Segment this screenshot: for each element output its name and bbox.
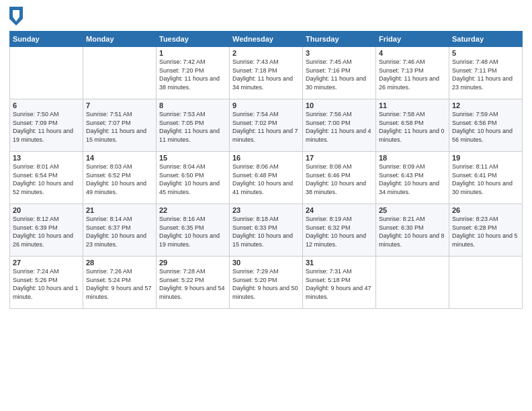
day-number: 12 xyxy=(452,101,519,109)
day-number: 9 xyxy=(232,101,300,109)
calendar-cell: 1Sunrise: 7:42 AM Sunset: 7:20 PM Daylig… xyxy=(157,47,230,99)
day-number: 20 xyxy=(13,206,80,214)
day-info: Sunrise: 7:28 AM Sunset: 5:22 PM Dayligh… xyxy=(159,267,226,301)
day-number: 29 xyxy=(159,259,226,267)
day-info: Sunrise: 8:03 AM Sunset: 6:52 PM Dayligh… xyxy=(86,163,153,196)
day-number: 4 xyxy=(379,49,446,57)
day-info: Sunrise: 8:14 AM Sunset: 6:37 PM Dayligh… xyxy=(86,215,153,248)
day-info: Sunrise: 7:54 AM Sunset: 7:02 PM Dayligh… xyxy=(232,110,300,144)
calendar-cell: 7Sunrise: 7:51 AM Sunset: 7:07 PM Daylig… xyxy=(83,99,157,152)
calendar-cell: 17Sunrise: 8:08 AM Sunset: 6:46 PM Dayli… xyxy=(303,152,376,204)
day-header-thursday: Thursday xyxy=(303,32,376,47)
day-number: 25 xyxy=(379,206,446,214)
day-number: 17 xyxy=(306,154,373,162)
day-number: 5 xyxy=(452,49,519,57)
day-info: Sunrise: 8:09 AM Sunset: 6:43 PM Dayligh… xyxy=(379,163,446,196)
day-info: Sunrise: 8:16 AM Sunset: 6:35 PM Dayligh… xyxy=(159,215,226,248)
calendar-cell: 30Sunrise: 7:29 AM Sunset: 5:20 PM Dayli… xyxy=(230,257,303,309)
day-number: 7 xyxy=(86,101,153,109)
calendar-cell: 22Sunrise: 8:16 AM Sunset: 6:35 PM Dayli… xyxy=(157,204,230,257)
day-header-tuesday: Tuesday xyxy=(157,32,230,47)
calendar-week-row: 13Sunrise: 8:01 AM Sunset: 6:54 PM Dayli… xyxy=(10,152,523,204)
day-header-friday: Friday xyxy=(376,32,449,47)
calendar-week-row: 20Sunrise: 8:12 AM Sunset: 6:39 PM Dayli… xyxy=(10,204,523,257)
day-number: 24 xyxy=(306,206,373,214)
day-header-sunday: Sunday xyxy=(10,32,83,47)
day-info: Sunrise: 8:08 AM Sunset: 6:46 PM Dayligh… xyxy=(306,163,373,196)
day-info: Sunrise: 7:56 AM Sunset: 7:00 PM Dayligh… xyxy=(306,110,373,144)
day-info: Sunrise: 8:11 AM Sunset: 6:41 PM Dayligh… xyxy=(452,163,519,196)
day-info: Sunrise: 7:24 AM Sunset: 5:26 PM Dayligh… xyxy=(13,267,80,301)
calendar-week-row: 6Sunrise: 7:50 AM Sunset: 7:09 PM Daylig… xyxy=(10,99,523,152)
day-number: 10 xyxy=(306,101,373,109)
day-info: Sunrise: 8:01 AM Sunset: 6:54 PM Dayligh… xyxy=(13,163,80,196)
day-number: 31 xyxy=(306,259,373,267)
calendar-cell: 19Sunrise: 8:11 AM Sunset: 6:41 PM Dayli… xyxy=(449,152,523,204)
calendar-cell xyxy=(449,257,523,309)
day-number: 19 xyxy=(452,154,519,162)
calendar-cell xyxy=(83,47,157,99)
header xyxy=(9,7,523,26)
day-header-saturday: Saturday xyxy=(449,32,523,47)
calendar-cell: 2Sunrise: 7:43 AM Sunset: 7:18 PM Daylig… xyxy=(230,47,303,99)
day-info: Sunrise: 7:46 AM Sunset: 7:13 PM Dayligh… xyxy=(379,58,446,91)
day-info: Sunrise: 8:04 AM Sunset: 6:50 PM Dayligh… xyxy=(159,163,226,196)
logo-icon xyxy=(9,7,23,26)
day-info: Sunrise: 8:21 AM Sunset: 6:30 PM Dayligh… xyxy=(379,215,446,248)
day-number: 2 xyxy=(232,49,300,57)
day-info: Sunrise: 7:58 AM Sunset: 6:58 PM Dayligh… xyxy=(379,110,446,144)
calendar-cell: 29Sunrise: 7:28 AM Sunset: 5:22 PM Dayli… xyxy=(157,257,230,309)
day-number: 13 xyxy=(13,154,80,162)
day-number: 11 xyxy=(379,101,446,109)
calendar-cell: 14Sunrise: 8:03 AM Sunset: 6:52 PM Dayli… xyxy=(83,152,157,204)
calendar-cell: 23Sunrise: 8:18 AM Sunset: 6:33 PM Dayli… xyxy=(230,204,303,257)
calendar-cell: 15Sunrise: 8:04 AM Sunset: 6:50 PM Dayli… xyxy=(157,152,230,204)
calendar-cell: 25Sunrise: 8:21 AM Sunset: 6:30 PM Dayli… xyxy=(376,204,449,257)
day-info: Sunrise: 7:59 AM Sunset: 6:56 PM Dayligh… xyxy=(452,110,519,144)
calendar-cell xyxy=(376,257,449,309)
day-number: 1 xyxy=(159,49,226,57)
day-number: 6 xyxy=(13,101,80,109)
calendar-table: SundayMondayTuesdayWednesdayThursdayFrid… xyxy=(9,31,523,309)
calendar-cell: 27Sunrise: 7:24 AM Sunset: 5:26 PM Dayli… xyxy=(10,257,83,309)
day-info: Sunrise: 7:48 AM Sunset: 7:11 PM Dayligh… xyxy=(452,58,519,91)
day-info: Sunrise: 7:26 AM Sunset: 5:24 PM Dayligh… xyxy=(86,267,153,301)
calendar-cell: 16Sunrise: 8:06 AM Sunset: 6:48 PM Dayli… xyxy=(230,152,303,204)
day-info: Sunrise: 8:23 AM Sunset: 6:28 PM Dayligh… xyxy=(452,215,519,248)
day-number: 16 xyxy=(232,154,300,162)
calendar-cell: 26Sunrise: 8:23 AM Sunset: 6:28 PM Dayli… xyxy=(449,204,523,257)
day-info: Sunrise: 8:12 AM Sunset: 6:39 PM Dayligh… xyxy=(13,215,80,248)
day-header-monday: Monday xyxy=(83,32,157,47)
calendar-cell: 31Sunrise: 7:31 AM Sunset: 5:18 PM Dayli… xyxy=(303,257,376,309)
calendar-cell: 3Sunrise: 7:45 AM Sunset: 7:16 PM Daylig… xyxy=(303,47,376,99)
calendar-week-row: 1Sunrise: 7:42 AM Sunset: 7:20 PM Daylig… xyxy=(10,47,523,99)
day-number: 18 xyxy=(379,154,446,162)
day-number: 30 xyxy=(232,259,300,267)
page-container: SundayMondayTuesdayWednesdayThursdayFrid… xyxy=(0,0,532,411)
day-info: Sunrise: 8:18 AM Sunset: 6:33 PM Dayligh… xyxy=(232,215,300,248)
day-info: Sunrise: 7:45 AM Sunset: 7:16 PM Dayligh… xyxy=(306,58,373,91)
calendar-header-row: SundayMondayTuesdayWednesdayThursdayFrid… xyxy=(10,32,523,47)
calendar-week-row: 27Sunrise: 7:24 AM Sunset: 5:26 PM Dayli… xyxy=(10,257,523,309)
calendar-cell: 6Sunrise: 7:50 AM Sunset: 7:09 PM Daylig… xyxy=(10,99,83,152)
day-info: Sunrise: 7:31 AM Sunset: 5:18 PM Dayligh… xyxy=(306,267,373,301)
logo xyxy=(9,7,24,26)
day-number: 27 xyxy=(13,259,80,267)
day-info: Sunrise: 7:43 AM Sunset: 7:18 PM Dayligh… xyxy=(232,58,300,91)
day-number: 8 xyxy=(159,101,226,109)
day-number: 23 xyxy=(232,206,300,214)
day-info: Sunrise: 7:42 AM Sunset: 7:20 PM Dayligh… xyxy=(159,58,226,91)
calendar-cell: 4Sunrise: 7:46 AM Sunset: 7:13 PM Daylig… xyxy=(376,47,449,99)
day-number: 14 xyxy=(86,154,153,162)
day-info: Sunrise: 8:19 AM Sunset: 6:32 PM Dayligh… xyxy=(306,215,373,248)
calendar-cell: 13Sunrise: 8:01 AM Sunset: 6:54 PM Dayli… xyxy=(10,152,83,204)
day-number: 3 xyxy=(306,49,373,57)
calendar-cell: 21Sunrise: 8:14 AM Sunset: 6:37 PM Dayli… xyxy=(83,204,157,257)
calendar-cell: 11Sunrise: 7:58 AM Sunset: 6:58 PM Dayli… xyxy=(376,99,449,152)
day-info: Sunrise: 7:29 AM Sunset: 5:20 PM Dayligh… xyxy=(232,267,300,301)
day-info: Sunrise: 8:06 AM Sunset: 6:48 PM Dayligh… xyxy=(232,163,300,196)
calendar-cell: 10Sunrise: 7:56 AM Sunset: 7:00 PM Dayli… xyxy=(303,99,376,152)
day-number: 26 xyxy=(452,206,519,214)
calendar-cell: 9Sunrise: 7:54 AM Sunset: 7:02 PM Daylig… xyxy=(230,99,303,152)
day-info: Sunrise: 7:51 AM Sunset: 7:07 PM Dayligh… xyxy=(86,110,153,144)
